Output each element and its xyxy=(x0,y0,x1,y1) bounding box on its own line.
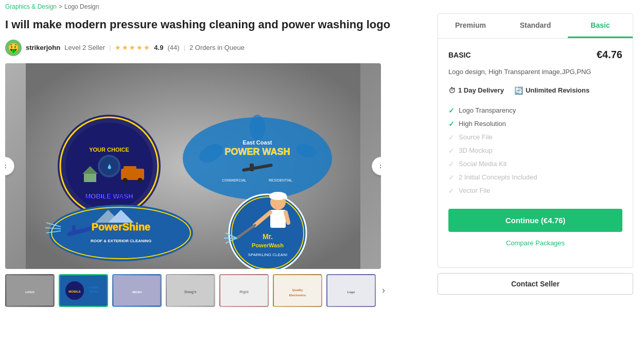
svg-text:Electronics: Electronics xyxy=(289,294,306,297)
package-header: BASIC €4.76 xyxy=(448,49,622,61)
dash-icon: ✓ xyxy=(448,187,455,195)
svg-text:WASH: WASH xyxy=(90,290,98,293)
breadcrumb-separator: > xyxy=(59,3,62,10)
rating-stars: ★ ★ ★ ★ ★ xyxy=(115,44,150,51)
feature-logo-transparency: ✓ Logo Transparency xyxy=(448,104,622,117)
package-name: BASIC xyxy=(448,51,471,59)
dash-icon: ✓ xyxy=(448,133,455,141)
svg-text:MOBILE: MOBILE xyxy=(68,290,80,293)
thumbnail-6[interactable]: QualityElectronics xyxy=(273,274,322,307)
svg-text:WASH: WASH xyxy=(132,291,142,294)
svg-rect-11 xyxy=(124,166,136,172)
feature-initial-concepts: ✓ 2 Initial Concepts Included xyxy=(448,171,622,184)
thumbnails-more-arrow[interactable]: › xyxy=(380,285,387,296)
check-icon: ✓ xyxy=(448,120,455,128)
svg-text:RESIDENTIAL: RESIDENTIAL xyxy=(269,178,292,182)
svg-text:Rigid: Rigid xyxy=(239,290,249,294)
reviews-count: (44) xyxy=(167,44,179,51)
orders-in-queue: 2 Orders in Queue xyxy=(189,44,245,51)
svg-text:Mr.: Mr. xyxy=(263,232,273,241)
svg-text:PowerShine: PowerShine xyxy=(92,221,150,232)
svg-text:PowerWash: PowerWash xyxy=(252,242,284,248)
package-description: Logo design, High Transparent image,JPG,… xyxy=(448,67,622,77)
clock-icon: ⏱ xyxy=(448,86,456,95)
delivery-info: ⏱ 1 Day Delivery xyxy=(448,86,504,95)
svg-rect-9 xyxy=(84,174,96,182)
revisions-label: Unlimited Revisions xyxy=(526,86,589,94)
svg-text:Quality: Quality xyxy=(292,288,303,292)
avatar: 🤑 xyxy=(5,40,22,56)
thumbnails-row: LOGO MOBILEPOWERWASH WASH xyxy=(5,274,381,307)
svg-point-13 xyxy=(137,178,143,183)
svg-rect-41 xyxy=(270,210,286,228)
svg-line-43 xyxy=(286,212,288,223)
thumbnail-1[interactable]: LOGO xyxy=(5,274,55,307)
feature-source-file: ✓ Source File xyxy=(448,131,622,144)
main-content: I will make modern pressure washing clea… xyxy=(0,13,644,313)
check-icon: ✓ xyxy=(448,106,455,115)
breadcrumb: Graphics & Design > Logo Design xyxy=(0,0,644,13)
refresh-icon: 🔄 xyxy=(514,86,523,95)
svg-text:YOUR CHOICE: YOUR CHOICE xyxy=(89,147,129,153)
breadcrumb-child: Logo Design xyxy=(64,3,99,10)
tab-basic[interactable]: Basic xyxy=(568,14,633,38)
thumbnail-5[interactable]: Rigid xyxy=(219,274,269,307)
svg-text:COMMERCIAL: COMMERCIAL xyxy=(222,178,247,182)
feature-social-media-kit: ✓ Social Media Kit xyxy=(448,157,622,171)
feature-label: Social Media Kit xyxy=(459,160,507,168)
features-list: ✓ Logo Transparency ✓ High Resolution ✓ … xyxy=(448,104,622,197)
image-gallery: ‹ xyxy=(5,63,427,307)
delivery-label: 1 Day Delivery xyxy=(458,86,504,94)
svg-text:ROOF & EXTERIOR CLEANING: ROOF & EXTERIOR CLEANING xyxy=(91,239,151,243)
svg-rect-22 xyxy=(250,164,254,171)
thumbnail-3[interactable]: WASH xyxy=(112,274,162,307)
svg-text:East Coast: East Coast xyxy=(243,139,272,146)
thumbnail-2[interactable]: MOBILEPOWERWASH xyxy=(59,274,108,307)
rating-number: 4.9 xyxy=(154,44,163,51)
svg-text:POWER WASH: POWER WASH xyxy=(224,147,290,157)
thumbnail-7[interactable]: Logo xyxy=(326,274,376,307)
seller-level: Level 2 Seller xyxy=(64,44,105,51)
right-panel: Premium Standard Basic BASIC €4.76 Logo … xyxy=(438,13,633,313)
svg-point-12 xyxy=(123,178,128,183)
svg-text:Logo: Logo xyxy=(347,291,355,294)
seller-row: 🤑 strikerjohn Level 2 Seller | ★ ★ ★ ★ ★… xyxy=(5,40,427,56)
feature-high-resolution: ✓ High Resolution xyxy=(448,117,622,131)
feature-label: High Resolution xyxy=(459,120,506,128)
svg-text:POWER: POWER xyxy=(89,286,99,289)
svg-text:LOGO: LOGO xyxy=(25,291,34,294)
svg-text:💧: 💧 xyxy=(107,164,113,170)
svg-point-18 xyxy=(250,115,265,140)
svg-text:MOBILE WASH: MOBILE WASH xyxy=(85,192,133,200)
feature-label: 3D Mockup xyxy=(459,147,493,154)
feature-vector-file: ✓ Vector File xyxy=(448,184,622,197)
thumbnail-4[interactable]: Doug's xyxy=(166,274,215,307)
main-image-svg: YOUR CHOICE 💧 xyxy=(5,63,381,269)
svg-text:SPARKLING CLEAN!: SPARKLING CLEAN! xyxy=(248,252,287,257)
svg-rect-30 xyxy=(72,225,76,234)
breadcrumb-parent[interactable]: Graphics & Design xyxy=(5,3,57,10)
package-meta: ⏱ 1 Day Delivery 🔄 Unlimited Revisions xyxy=(448,86,622,95)
feature-label: Logo Transparency xyxy=(459,106,516,114)
gig-title: I will make modern pressure washing clea… xyxy=(5,17,427,32)
feature-3d-mockup: ✓ 3D Mockup xyxy=(448,144,622,157)
tab-standard[interactable]: Standard xyxy=(503,14,568,38)
dash-icon: ✓ xyxy=(448,160,455,168)
main-image: ‹ xyxy=(5,63,381,269)
package-tabs: Premium Standard Basic xyxy=(438,14,633,39)
revisions-info: 🔄 Unlimited Revisions xyxy=(514,86,589,95)
tab-premium[interactable]: Premium xyxy=(438,14,503,38)
left-section: I will make modern pressure washing clea… xyxy=(5,13,427,313)
feature-label: Source File xyxy=(459,133,493,141)
feature-label: 2 Initial Concepts Included xyxy=(459,173,537,181)
svg-rect-40 xyxy=(270,196,287,198)
contact-seller-button[interactable]: Contact Seller xyxy=(438,273,633,295)
compare-packages-link[interactable]: Compare Packages xyxy=(448,239,622,247)
continue-button[interactable]: Continue (€4.76) xyxy=(448,209,622,232)
package-price: €4.76 xyxy=(597,49,622,61)
package-card: Premium Standard Basic BASIC €4.76 Logo … xyxy=(438,13,633,268)
package-body: BASIC €4.76 Logo design, High Transparen… xyxy=(438,39,633,267)
page-wrapper: Graphics & Design > Logo Design I will m… xyxy=(0,0,644,343)
seller-name[interactable]: strikerjohn xyxy=(26,44,60,51)
dash-icon: ✓ xyxy=(448,173,455,182)
